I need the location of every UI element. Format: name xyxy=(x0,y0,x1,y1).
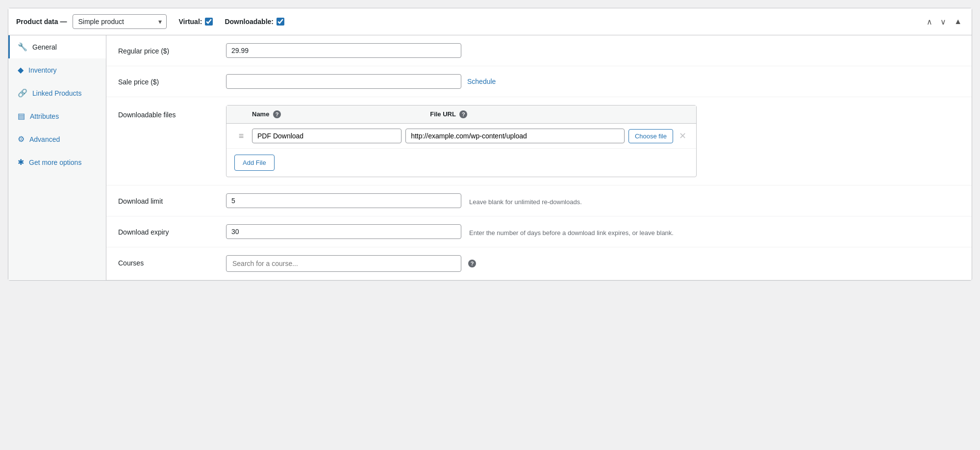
download-expiry-row: Download expiry Enter the number of days… xyxy=(106,216,972,247)
sidebar-label-get-more-options: Get more options xyxy=(29,159,81,166)
download-expiry-inner: Enter the number of days before a downlo… xyxy=(226,224,960,239)
sidebar-label-inventory: Inventory xyxy=(28,66,57,74)
wrench-icon: 🔧 xyxy=(18,42,27,52)
sidebar-item-attributes[interactable]: ▤ Attributes xyxy=(8,105,106,128)
product-type-select[interactable]: Simple product Variable product Grouped … xyxy=(73,14,167,29)
virtual-label[interactable]: Virtual: xyxy=(178,18,213,26)
virtual-checkbox[interactable] xyxy=(205,18,213,26)
courses-input-area: ? xyxy=(226,255,960,272)
panel-body: 🔧 General ◆ Inventory 🔗 Linked Products … xyxy=(8,35,972,280)
sale-price-input-area: Schedule xyxy=(226,74,960,89)
col-name-label: Name xyxy=(252,110,269,118)
schedule-link[interactable]: Schedule xyxy=(467,78,496,85)
panel-title: Product data — xyxy=(16,18,67,26)
sidebar-label-advanced: Advanced xyxy=(29,135,60,143)
courses-inner: ? xyxy=(226,255,960,272)
files-table-header: Name ? File URL ? xyxy=(226,106,696,124)
sidebar-label-linked-products: Linked Products xyxy=(32,89,81,97)
download-limit-input-area: Leave blank for unlimited re-downloads. xyxy=(226,193,960,208)
download-limit-inner: Leave blank for unlimited re-downloads. xyxy=(226,193,960,208)
downloadable-label[interactable]: Downloadable: xyxy=(225,18,284,26)
remove-file-button[interactable]: ✕ xyxy=(677,131,688,141)
sidebar: 🔧 General ◆ Inventory 🔗 Linked Products … xyxy=(8,35,106,280)
product-data-panel: Product data — Simple product Variable p… xyxy=(8,8,972,281)
download-expiry-help: Enter the number of days before a downlo… xyxy=(469,227,674,237)
download-expiry-input-area: Enter the number of days before a downlo… xyxy=(226,224,960,239)
panel-header: Product data — Simple product Variable p… xyxy=(8,8,972,35)
col-file-url-label: File URL xyxy=(430,110,456,118)
panel-title-dash: — xyxy=(60,18,67,26)
sidebar-item-get-more-options[interactable]: ✱ Get more options xyxy=(8,151,106,174)
download-expiry-label: Download expiry xyxy=(118,224,226,236)
file-url-input[interactable] xyxy=(405,129,625,143)
add-file-row: Add File xyxy=(226,149,696,177)
download-limit-help: Leave blank for unlimited re-downloads. xyxy=(469,196,582,206)
download-limit-label: Download limit xyxy=(118,193,226,205)
courses-search-input[interactable] xyxy=(226,255,461,272)
collapse-down-button[interactable]: ∨ xyxy=(938,16,948,27)
sidebar-item-inventory[interactable]: ◆ Inventory xyxy=(8,58,106,81)
downloadable-files-row: Downloadable files Name ? File URL ? xyxy=(106,97,972,185)
sidebar-label-general: General xyxy=(32,43,57,51)
courses-label: Courses xyxy=(118,255,226,267)
regular-price-label: Regular price ($) xyxy=(118,43,226,55)
link-icon: 🔗 xyxy=(18,88,27,98)
choose-file-button[interactable]: Choose file xyxy=(628,129,673,143)
header-controls: ∧ ∨ ▲ xyxy=(925,16,964,27)
sidebar-item-advanced[interactable]: ⚙ Advanced xyxy=(8,128,106,151)
product-type-wrapper[interactable]: Simple product Variable product Grouped … xyxy=(73,14,167,29)
downloadable-checkbox[interactable] xyxy=(276,18,284,26)
sidebar-label-attributes: Attributes xyxy=(30,112,59,120)
col-name-header: Name ? xyxy=(252,110,424,118)
download-limit-input[interactable] xyxy=(226,193,461,208)
file-url-help-icon[interactable]: ? xyxy=(459,110,467,118)
panel-title-text: Product data xyxy=(16,18,58,26)
downloadable-label-text: Downloadable: xyxy=(225,18,274,26)
gear-icon: ⚙ xyxy=(18,134,25,144)
add-file-button[interactable]: Add File xyxy=(234,155,275,171)
sidebar-item-linked-products[interactable]: 🔗 Linked Products xyxy=(8,81,106,105)
table-row: ≡ Choose file ✕ xyxy=(226,124,696,149)
regular-price-input-area xyxy=(226,43,960,58)
name-help-icon[interactable]: ? xyxy=(273,110,281,118)
expand-button[interactable]: ▲ xyxy=(952,16,964,27)
downloadable-files-area: Name ? File URL ? ≡ Cho xyxy=(226,105,960,177)
diamond-icon: ◆ xyxy=(18,65,24,75)
file-name-input[interactable] xyxy=(252,129,402,143)
virtual-label-text: Virtual: xyxy=(178,18,202,26)
collapse-up-button[interactable]: ∧ xyxy=(925,16,934,27)
download-expiry-input[interactable] xyxy=(226,224,461,239)
courses-row: Courses ? xyxy=(106,247,972,280)
downloadable-files-label: Downloadable files xyxy=(118,105,226,119)
col-handle-header xyxy=(234,110,252,118)
list-icon: ▤ xyxy=(18,111,25,121)
star-icon: ✱ xyxy=(18,158,24,167)
col-file-url-header: File URL ? xyxy=(424,110,688,118)
drag-handle-icon[interactable]: ≡ xyxy=(234,131,248,141)
downloadable-files-table: Name ? File URL ? ≡ Cho xyxy=(226,105,697,177)
header-checkboxes: Virtual: Downloadable: xyxy=(178,18,284,26)
sale-price-input[interactable] xyxy=(226,74,461,89)
sale-price-row: Sale price ($) Schedule xyxy=(106,66,972,97)
main-content: Regular price ($) Sale price ($) Schedul… xyxy=(106,35,972,280)
courses-help-icon[interactable]: ? xyxy=(468,260,476,267)
sidebar-item-general[interactable]: 🔧 General xyxy=(8,35,106,58)
regular-price-row: Regular price ($) xyxy=(106,35,972,66)
regular-price-input[interactable] xyxy=(226,43,461,58)
sale-price-inner: Schedule xyxy=(226,74,960,89)
download-limit-row: Download limit Leave blank for unlimited… xyxy=(106,185,972,216)
sale-price-label: Sale price ($) xyxy=(118,74,226,86)
